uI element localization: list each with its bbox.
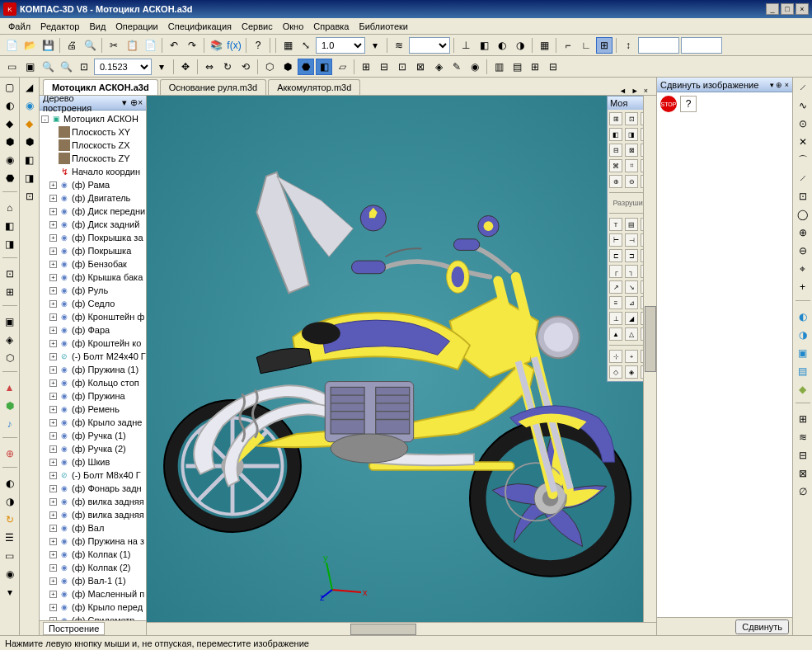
menu-window[interactable]: Окно [278, 20, 309, 33]
tree-item[interactable]: Плоскость XY [41, 125, 144, 139]
tree-item[interactable]: +◉(ф) Крышка бака [41, 271, 144, 284]
tool-b8[interactable]: ↕ [620, 37, 636, 54]
rt-4[interactable]: ✕ [795, 134, 811, 150]
tree-item[interactable]: +◉(ф) Пружина [41, 389, 144, 403]
lt2-2[interactable]: ◉ [21, 97, 38, 114]
grid-button[interactable]: ▦ [279, 37, 296, 54]
rt-17[interactable]: ◆ [795, 381, 811, 398]
zoom-combo[interactable]: 0.1523 [94, 59, 152, 75]
fp-19[interactable]: ⊢ [609, 233, 622, 247]
tree-item[interactable]: +⊘(-) Болт М8х40 Г [41, 469, 144, 482]
lt1-6[interactable]: ⬣ [2, 170, 18, 186]
zoom-in[interactable]: 🔍 [40, 59, 56, 75]
tool-b1[interactable]: ◧ [476, 37, 492, 54]
tool-b7[interactable]: ⊞ [596, 37, 613, 54]
print-button[interactable]: 🖨 [63, 37, 80, 54]
lt1-22[interactable]: ☰ [2, 530, 18, 546]
fp-14[interactable]: ⊖ [625, 175, 638, 188]
layer-button[interactable]: ≋ [391, 37, 407, 54]
tree-item[interactable]: +◉(ф) вилка задняя [41, 495, 144, 508]
fp-23[interactable]: ⊐ [625, 249, 638, 262]
lt1-4[interactable]: ⬢ [2, 134, 18, 150]
tree-item[interactable]: +◉(ф) Диск передни [41, 205, 144, 218]
lt1-12[interactable]: ▣ [2, 313, 18, 330]
rt-20[interactable]: ⊟ [795, 447, 811, 464]
rotate-button[interactable]: ↻ [219, 59, 236, 75]
close-button[interactable]: × [796, 3, 809, 15]
lt1-17[interactable]: ♪ [2, 416, 18, 432]
move-button[interactable]: ⇔ [201, 59, 218, 75]
tree-item[interactable]: +◉(ф) Рама [41, 178, 144, 191]
rt-5[interactable]: ⌒ [795, 152, 811, 168]
tree-item[interactable]: +◉(ф) Бензобак [41, 257, 144, 271]
fp-29[interactable]: ↘ [625, 280, 638, 294]
tree-item[interactable]: +◉(ф) Вал-1 (1) [41, 574, 144, 587]
fp-31[interactable]: ≡ [609, 296, 622, 309]
variables-button[interactable]: f(x) [226, 37, 242, 54]
lt2-6[interactable]: ◨ [21, 170, 38, 186]
v2-2[interactable]: ⊟ [376, 59, 392, 75]
wireframe-button[interactable]: ⬡ [261, 59, 278, 75]
tree-item[interactable]: +◉(ф) Колпак (2) [41, 561, 144, 574]
fp-41[interactable]: + [625, 350, 638, 363]
tree-item[interactable]: +◉(ф) Кроштейн ко [41, 337, 144, 350]
tree-item[interactable]: +◉(ф) Пружина (1) [41, 363, 144, 376]
fp-13[interactable]: ⊕ [609, 175, 622, 188]
rt-14[interactable]: ◑ [795, 327, 811, 343]
tree-dropdown[interactable]: ▾ [122, 97, 127, 108]
menu-libraries[interactable]: Библиотеки [354, 20, 413, 33]
v2-4[interactable]: ⊠ [412, 59, 429, 75]
v2-6[interactable]: ✎ [448, 59, 465, 75]
3d-viewport[interactable]: x y z Моя × ⊞⊡▦ ◧◨◩ ⊟⊠⊡ ⌘⌗⊛ ⊕⊖⊗ [147, 96, 656, 635]
rt-18[interactable]: ⊞ [795, 411, 811, 427]
lt1-20[interactable]: ◑ [2, 493, 18, 510]
fp-43[interactable]: ◇ [609, 365, 622, 379]
rt-10[interactable]: ⊖ [795, 243, 811, 259]
zoom-fit[interactable]: ▾ [153, 59, 170, 75]
fp-16[interactable]: T [609, 218, 622, 231]
rt-8[interactable]: ◯ [795, 206, 811, 223]
tree-item[interactable]: +◉(ф) Кронштейн ф [41, 310, 144, 323]
rt-2[interactable]: ∿ [795, 97, 811, 114]
rt-19[interactable]: ≋ [795, 429, 811, 445]
minimize-button[interactable]: _ [766, 3, 779, 15]
tree-close[interactable]: × [138, 98, 143, 107]
tree-item[interactable]: +⊘(-) Болт М24х40 Г [41, 350, 144, 363]
tree-item[interactable]: +◉(ф) Покрышка за [41, 231, 144, 244]
coord-x-input[interactable] [638, 37, 679, 54]
rt-13[interactable]: ◐ [795, 309, 811, 325]
zoom-out[interactable]: 🔍 [58, 59, 74, 75]
tree-body[interactable]: -▣Мотоцикл АСКОНПлоскость XYПлоскость ZX… [40, 111, 146, 620]
lt1-2[interactable]: ◐ [2, 97, 18, 114]
tree-item[interactable]: +◉(ф) Диск задний [41, 218, 144, 231]
v2-7[interactable]: ◉ [467, 59, 483, 75]
fp-8[interactable]: ⊠ [625, 144, 638, 157]
doctab-1[interactable]: Основание руля.m3d [160, 79, 267, 95]
fp-1[interactable]: ⊞ [609, 112, 622, 125]
hidden-button[interactable]: ⬢ [279, 59, 296, 75]
menu-file[interactable]: Файл [3, 20, 35, 33]
lt2-7[interactable]: ⊡ [21, 188, 38, 205]
fp-20[interactable]: ⊣ [625, 233, 638, 247]
menu-view[interactable]: Вид [84, 20, 110, 33]
lt1-21[interactable]: ↻ [2, 511, 18, 528]
lt1-25[interactable]: ▾ [2, 584, 18, 601]
apply-button[interactable]: Сдвинуть [735, 619, 789, 634]
rt-7[interactable]: ⊡ [795, 188, 811, 205]
fp-38[interactable]: △ [625, 327, 638, 341]
tool-b2[interactable]: ◐ [494, 37, 510, 54]
lt1-15[interactable]: ▲ [2, 379, 18, 396]
lt1-14[interactable]: ⬡ [2, 350, 18, 366]
lt2-5[interactable]: ◧ [21, 152, 38, 168]
v2-3[interactable]: ⊡ [394, 59, 411, 75]
tree-item[interactable]: +◉(ф) Фонарь задн [41, 482, 144, 495]
tree-item[interactable]: +◉(ф) Пружина на з [41, 535, 144, 548]
lt1-13[interactable]: ◈ [2, 332, 18, 348]
rt-6[interactable]: ⟋ [795, 170, 811, 186]
lt1-1[interactable]: ▢ [2, 79, 18, 96]
rt-3[interactable]: ⊙ [795, 115, 811, 132]
lt1-10[interactable]: ⊡ [2, 266, 18, 282]
rt-9[interactable]: ⊕ [795, 224, 811, 241]
rt-21[interactable]: ⊠ [795, 465, 811, 482]
tree-item[interactable]: ↯Начало координ [41, 165, 144, 178]
